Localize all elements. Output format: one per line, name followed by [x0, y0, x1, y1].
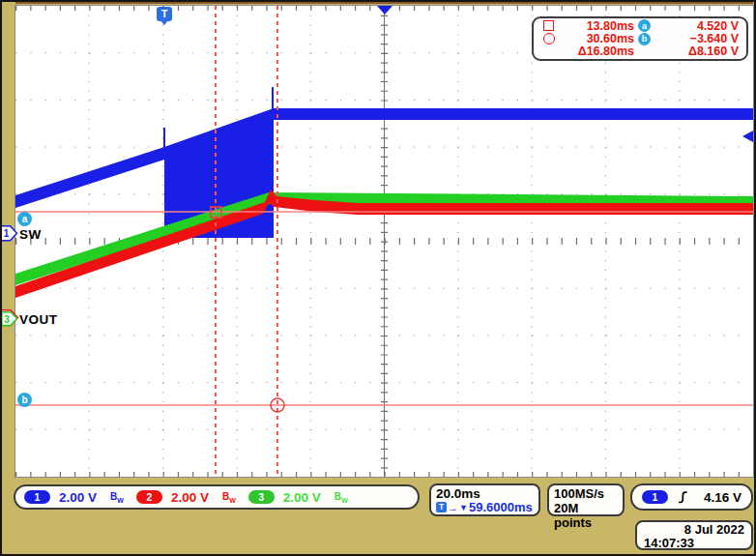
cursor1-time: 13.80ms — [563, 19, 634, 33]
cursor-a-voltage: 4.520 V — [657, 19, 739, 33]
triangle-down-icon: ▼ — [459, 503, 468, 512]
channel-scale-bar[interactable]: 1 2.00 V BW 2 2.00 V BW 3 2.00 V BW — [14, 484, 420, 510]
ch1-ramp-band — [15, 147, 164, 208]
trigger-box[interactable]: 1 4.16 V — [630, 483, 753, 511]
expansion-point-marker — [377, 6, 393, 15]
ch3-bandwidth-icon: BW — [334, 491, 348, 504]
svg-text:1: 1 — [4, 228, 10, 239]
record-view-bar — [15, 2, 753, 4]
ch3-scale: 2.00 V — [283, 490, 321, 505]
cursor1-square-icon — [543, 20, 554, 31]
timebase-scale: 20.0ms — [436, 486, 534, 501]
sample-rate: 100MS/s — [554, 486, 618, 501]
record-length: 20M points — [554, 501, 618, 530]
svg-text:3: 3 — [4, 314, 10, 325]
cursor-delta-time: Δ16.80ms — [563, 44, 634, 58]
trigger-source-badge: 1 — [642, 490, 668, 504]
datetime-box: 8 Jul 2022 14:07:33 — [635, 520, 753, 550]
trigger-level-arrow — [742, 131, 753, 142]
cursor-a-bubble[interactable]: a — [17, 212, 32, 226]
ch1-flat-band — [274, 108, 753, 120]
ch1-bandwidth-icon: BW — [110, 491, 124, 504]
waveform-display — [15, 6, 753, 477]
cursor-b-voltage: −3.640 V — [657, 32, 739, 45]
cursor-delta-voltage: Δ8.160 V — [657, 44, 739, 58]
ch2-badge[interactable]: 2 — [136, 490, 162, 504]
date: 8 Jul 2022 — [644, 523, 744, 537]
rising-edge-icon — [678, 491, 688, 504]
oscilloscope-screen: T 1 SW 3 VOUT a b 13.80ms a 4.520 V 30.6… — [0, 0, 756, 556]
graticule — [15, 6, 753, 477]
trigger-t-icon: T — [436, 502, 447, 512]
ch1-scale: 2.00 V — [59, 490, 97, 505]
ch3-ground-tag: 3 — [1, 311, 19, 328]
time: 14:07:33 — [644, 537, 744, 550]
arrow-right-icon: → — [448, 502, 458, 513]
cursor-b-icon: b — [638, 33, 651, 45]
trigger-level: 4.16 V — [704, 490, 741, 505]
acquisition-box[interactable]: 100MS/s 20M points — [547, 483, 625, 516]
ch1-ground-marker[interactable]: 1 — [0, 225, 19, 242]
cursor-readout-box[interactable]: 13.80ms a 4.520 V 30.60ms b −3.640 V Δ16… — [532, 16, 748, 61]
ch3-badge[interactable]: 3 — [248, 490, 275, 504]
ch2-ch3-ground-marker[interactable]: 3 — [0, 309, 20, 328]
cursor-a-icon: a — [638, 19, 651, 32]
timebase-box[interactable]: 20.0ms T → ▼ 59.6000ms — [429, 483, 540, 516]
cursor-b-bubble[interactable]: b — [17, 393, 32, 407]
ch1-badge[interactable]: 1 — [24, 490, 50, 504]
cursor2-time: 30.60ms — [563, 32, 634, 45]
ch3-label: VOUT — [19, 312, 58, 327]
timebase-delay: T → ▼ 59.6000ms — [436, 500, 534, 514]
ch2-bandwidth-icon: BW — [222, 491, 236, 504]
cursor2-circle-icon — [543, 33, 555, 44]
ch1-label: SW — [19, 227, 42, 242]
ch2-scale: 2.00 V — [171, 490, 209, 505]
delay-value: 59.6000ms — [469, 500, 533, 514]
trigger-position-flag[interactable]: T — [157, 7, 172, 21]
